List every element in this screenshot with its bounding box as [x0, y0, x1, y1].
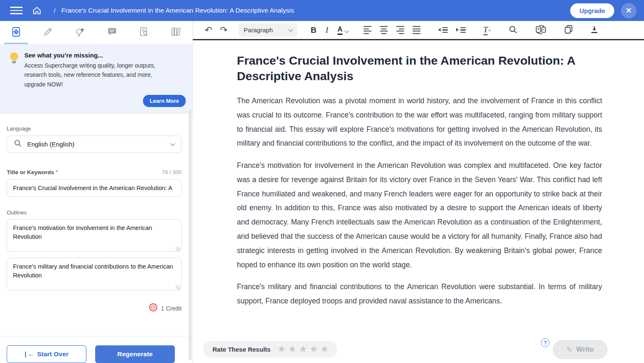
topbar: / France's Crucial Involvement in the Am…: [0, 0, 644, 21]
sidebar-scrollbar[interactable]: [189, 110, 192, 360]
star-icon[interactable]: ★: [310, 345, 318, 354]
character-counter: 79 / 300: [162, 169, 182, 175]
menu-icon[interactable]: [10, 7, 23, 14]
align-right-icon: [396, 26, 404, 34]
comment-icon: [107, 27, 117, 38]
editor-panel: ↶ ↷ Paragraph B I A T×: [193, 21, 644, 363]
text-color-button[interactable]: A: [338, 25, 348, 35]
outline-input-1[interactable]: France's motivation for involvement in t…: [7, 219, 182, 252]
chevron-down-icon: [170, 141, 175, 146]
editor-toolbar: ↶ ↷ Paragraph B I A T×: [193, 21, 644, 40]
write-button[interactable]: ✎ Write: [553, 340, 608, 359]
indent-icon: [456, 27, 466, 33]
regenerate-button[interactable]: Regenerate: [95, 345, 175, 363]
document-search-icon: [139, 27, 149, 39]
star-icon[interactable]: ★: [299, 345, 307, 354]
search-icon: [14, 139, 22, 149]
indent-button[interactable]: [456, 27, 466, 33]
chevron-down-icon: [344, 28, 349, 33]
promo-body: Access Supercharge writing quality, long…: [24, 61, 171, 89]
lightbulb-icon: [10, 52, 18, 63]
clear-formatting-button[interactable]: T×: [483, 25, 491, 35]
paragraph-style-select[interactable]: Paragraph: [239, 24, 297, 37]
promo-banner: See what you’re missing... Access Superc…: [0, 44, 192, 114]
outdent-icon: [438, 27, 448, 33]
outlines-label: Outlines: [7, 209, 182, 216]
star-rating: ★ ★ ★ ★ ★: [277, 345, 329, 354]
pencil-icon: [43, 27, 53, 38]
chevron-down-icon: [288, 27, 293, 31]
download-icon: [590, 26, 598, 35]
start-over-arrow-icon: ←: [28, 350, 34, 358]
undo-button[interactable]: ↶: [205, 26, 212, 35]
language-select[interactable]: English (English): [7, 136, 182, 153]
document-paragraph: France's military and financial contribu…: [237, 280, 602, 308]
download-button[interactable]: [590, 26, 598, 35]
title-keywords-input[interactable]: [7, 179, 182, 197]
language-value: English (English): [27, 141, 75, 148]
star-icon[interactable]: ★: [277, 345, 286, 354]
start-over-button[interactable]: |← Start Over: [7, 345, 86, 363]
copy-icon: [564, 25, 573, 35]
rate-results-widget: Rate These Results ★ ★ ★ ★ ★: [203, 341, 337, 357]
sidebar-actions: |← Start Over Regenerate: [0, 336, 192, 363]
align-justify-icon: [413, 26, 421, 34]
compare-documents-button[interactable]: [535, 25, 547, 36]
redo-button[interactable]: ↷: [220, 26, 227, 35]
document-gear-icon: [11, 27, 21, 39]
align-center-icon: [380, 26, 388, 34]
sidebar: See what you’re missing... Access Superc…: [0, 21, 193, 363]
document-heading: France's Crucial Involvement in the Amer…: [237, 53, 602, 84]
document-paragraph: The American Revolution was a pivotal mo…: [237, 94, 602, 151]
books-icon: [171, 27, 182, 38]
title-keywords-label: Title or Keywords: [7, 169, 54, 175]
tab-ideas[interactable]: [64, 21, 96, 44]
breadcrumb-separator: /: [54, 7, 55, 14]
credit-coin-icon: [149, 303, 158, 313]
generator-form: Language English (English) Title or Keyw…: [0, 114, 192, 336]
align-left-icon: [364, 26, 371, 34]
lightbulb-arrow-icon: [75, 27, 86, 39]
copy-button[interactable]: [564, 25, 573, 35]
tab-comments[interactable]: [96, 21, 129, 44]
rate-results-label: Rate These Results: [213, 346, 270, 353]
pen-icon: ✎: [566, 345, 572, 354]
home-icon[interactable]: [32, 5, 42, 16]
tab-rewrite[interactable]: [32, 21, 65, 44]
breadcrumb-title: France's Crucial Involvement in the Amer…: [61, 7, 294, 14]
start-over-bar-icon: |: [25, 350, 26, 358]
align-center-button[interactable]: [380, 26, 388, 34]
align-justify-button[interactable]: [413, 26, 421, 34]
star-icon[interactable]: ★: [288, 345, 296, 354]
language-label: Language: [7, 125, 182, 132]
sidebar-tabs: [0, 21, 192, 44]
document-paragraph: France's motivation for involvement in t…: [237, 159, 602, 272]
tab-library[interactable]: [161, 21, 193, 44]
search-button[interactable]: [509, 25, 517, 35]
tab-generator-settings[interactable]: [0, 21, 32, 44]
tab-plagiarism-check[interactable]: [128, 21, 161, 44]
close-icon[interactable]: ×: [621, 3, 636, 18]
search-icon: [509, 25, 517, 35]
help-icon[interactable]: ?: [541, 338, 550, 347]
promo-title: See what you’re missing...: [24, 52, 186, 59]
align-left-button[interactable]: [364, 26, 371, 34]
outline-input-2[interactable]: France's military and financial contribu…: [7, 258, 182, 290]
document-swap-icon: [535, 25, 547, 36]
outdent-button[interactable]: [438, 27, 448, 33]
italic-button[interactable]: I: [326, 26, 328, 35]
star-icon[interactable]: ★: [320, 345, 329, 354]
learn-more-button[interactable]: Learn More: [143, 95, 186, 107]
bold-button[interactable]: B: [311, 26, 317, 35]
required-asterisk: *: [56, 169, 58, 175]
upgrade-button[interactable]: Upgrade: [570, 3, 614, 18]
document-canvas[interactable]: France's Crucial Involvement in the Amer…: [193, 40, 644, 363]
credit-count: 1 Credit: [161, 305, 182, 312]
align-right-button[interactable]: [396, 26, 404, 34]
